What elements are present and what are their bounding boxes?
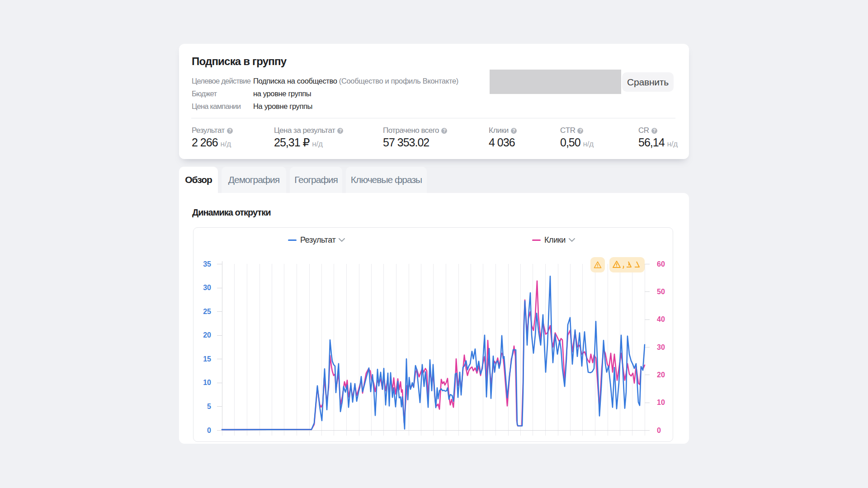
svg-text:0: 0 xyxy=(657,427,661,434)
svg-text:15: 15 xyxy=(203,355,211,363)
svg-text:0: 0 xyxy=(207,427,211,434)
svg-text:30: 30 xyxy=(657,343,665,351)
svg-text:20: 20 xyxy=(657,371,665,379)
svg-text:10: 10 xyxy=(657,399,665,406)
svg-text:20: 20 xyxy=(203,331,211,339)
svg-text:40: 40 xyxy=(657,315,665,323)
svg-text:5: 5 xyxy=(207,403,211,410)
svg-text:10: 10 xyxy=(203,379,211,386)
svg-text:30: 30 xyxy=(203,284,211,291)
svg-text:60: 60 xyxy=(657,260,665,268)
svg-text:35: 35 xyxy=(203,260,211,268)
svg-text:50: 50 xyxy=(657,288,665,296)
svg-text:25: 25 xyxy=(203,308,211,315)
